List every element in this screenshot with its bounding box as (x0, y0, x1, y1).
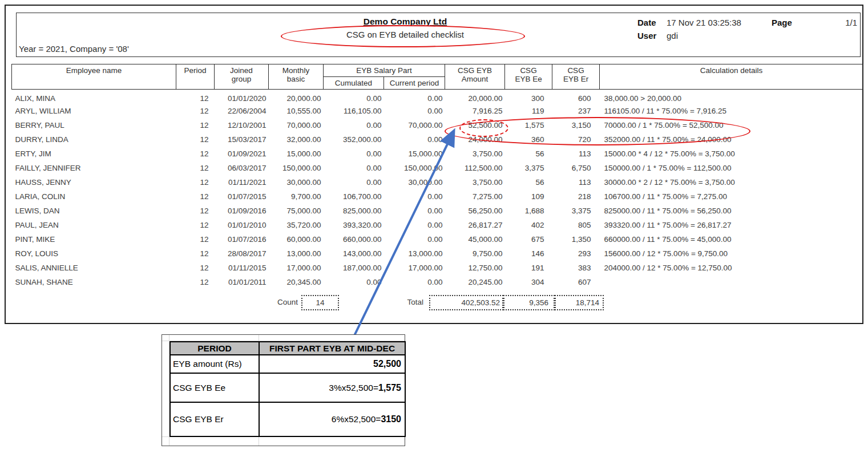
cell-monthly: 13,000.00 (269, 246, 324, 261)
cell-period: 12 (176, 204, 215, 218)
date-label: Date (637, 18, 656, 27)
cell-amount: 3,750.00 (445, 175, 505, 189)
cell-name: FAILLY, JENNIFER (12, 161, 176, 175)
table-row: HAUSS, JENNY1201/11/202130,000.000.0030,… (12, 175, 863, 189)
cell-joined: 01/11/2021 (215, 175, 269, 189)
cell-cumulated: 0.00 (324, 161, 384, 175)
col-current-period: Current period (384, 77, 445, 90)
cell-cumulated: 0.00 (324, 90, 384, 104)
cell-ee: 402 (505, 218, 552, 232)
cell-current: 0.00 (384, 275, 445, 289)
cell-monthly: 75,000.00 (269, 204, 324, 218)
cell-monthly: 30,000.00 (269, 175, 324, 189)
col-monthly-basic: Monthly basic (269, 64, 324, 90)
excel-value-prefix: 3%x52,500= (329, 383, 378, 393)
col-cumulated: Cumulated (324, 77, 384, 90)
cell-calc: 15000.00 * 4 / 12 * 75.00% = 3,750.00 (600, 147, 863, 161)
cell-calc: 116105.00 / 11 * 75.00% = 7,916.25 (600, 104, 863, 118)
cell-period: 12 (176, 175, 215, 189)
cell-ee: 675 (505, 232, 552, 246)
cell-er: 600 (552, 90, 600, 104)
cell-cumulated: 106,700.00 (324, 189, 384, 204)
excel-label-eyb-amount: EYB amount (Rs) (170, 355, 259, 373)
cell-period: 12 (176, 90, 215, 104)
cell-calc: 150000.00 / 1 * 75.00% = 112,500.00 (600, 161, 863, 175)
cell-current: 30,000.00 (384, 175, 445, 189)
cell-ee: 1,688 (505, 204, 552, 218)
page-value: 1/1 (816, 18, 857, 27)
excel-label-csg-ee: CSG EYB Ee (170, 373, 259, 402)
cell-joined: 01/01/2020 (215, 90, 269, 104)
cell-amount: 7,275.00 (445, 189, 505, 204)
cell-name: SUNAH, SHANE (12, 275, 176, 289)
cell-er: 113 (552, 147, 600, 161)
cell-name: HAUSS, JENNY (12, 175, 176, 189)
report-table: Employee name Period Joined group Monthl… (11, 64, 863, 289)
excel-callout: PERIOD FIRST PART EYB AT MID-DEC EYB amo… (162, 334, 405, 446)
excel-table: PERIOD FIRST PART EYB AT MID-DEC EYB amo… (169, 341, 406, 437)
cell-amount: 45,000.00 (445, 232, 505, 246)
cell-current: 0.00 (384, 90, 445, 104)
cell-joined: 01/07/2016 (215, 232, 269, 246)
col-calculation-details: Calculation details (600, 64, 863, 90)
cell-monthly: 9,700.00 (269, 189, 324, 204)
excel-value-prefix: 6%x52,500= (332, 414, 381, 424)
table-row: DURRY, LINDA1215/03/201732,000.00352,000… (12, 132, 863, 147)
cell-cumulated: 0.00 (324, 147, 384, 161)
cell-calc (600, 275, 863, 289)
cell-ee: 56 (505, 147, 552, 161)
cell-amount: 56,250.00 (445, 204, 505, 218)
cell-monthly: 150,000.00 (269, 161, 324, 175)
cell-calc: 352000.00 / 11 * 75.00% = 24,000.00 (600, 132, 863, 147)
cell-joined: 22/06/2004 (215, 104, 269, 118)
cell-period: 12 (176, 132, 215, 147)
cell-calc: 204000.00 / 12 * 75.00% = 12,750.00 (600, 261, 863, 275)
cell-amount: 12,750.00 (445, 261, 505, 275)
cell-ee: 146 (505, 246, 552, 261)
cell-cumulated: 660,000.00 (324, 232, 384, 246)
cell-joined: 01/01/2011 (215, 275, 269, 289)
table-row: BERRY, PAUL1212/10/200170,000.000.0070,0… (12, 118, 863, 132)
cell-er: 237 (552, 104, 600, 118)
cell-er: 607 (552, 275, 600, 289)
total-er-box: 18,714 (555, 295, 604, 310)
cell-cumulated: 0.00 (324, 118, 384, 132)
cell-current: 70,000.00 (384, 118, 445, 132)
excel-value-bold: 3150 (381, 414, 401, 424)
cell-joined: 01/11/2015 (215, 261, 269, 275)
cell-amount: 20,000.00 (445, 90, 505, 104)
report-table-body: ALIX, MINA1201/01/202020,000.000.000.002… (12, 90, 863, 289)
col-joined-group: Joined group (215, 64, 269, 90)
cell-ee: 191 (505, 261, 552, 275)
cell-current: 15,000.00 (384, 147, 445, 161)
cell-ee: 109 (505, 189, 552, 204)
cell-ee: 56 (505, 175, 552, 189)
count-box: 14 (301, 295, 339, 310)
cell-period: 12 (176, 161, 215, 175)
col-csg-eyb-ee: CSG EYB Ee (505, 64, 552, 90)
excel-header-period: PERIOD (170, 342, 259, 355)
cell-name: ARYL, WILLIAM (12, 104, 176, 118)
cell-calc: 70000.00 / 1 * 75.00% = 52,500.00 (600, 118, 863, 132)
cell-monthly: 35,720.00 (269, 218, 324, 232)
cell-period: 12 (176, 261, 215, 275)
cell-period: 12 (176, 232, 215, 246)
table-row: LEWIS, DAN1201/09/201675,000.00825,000.0… (12, 204, 863, 218)
col-csg-eyb-er: CSG EYB Er (552, 64, 600, 90)
page-label: Page (772, 18, 792, 27)
cell-cumulated: 825,000.00 (324, 204, 384, 218)
cell-monthly: 15,000.00 (269, 147, 324, 161)
cell-period: 12 (176, 147, 215, 161)
total-amount-box: 402,503.52 (429, 295, 503, 310)
date-value: 17 Nov 21 03:25:38 (667, 18, 741, 27)
cell-cumulated: 143,000.00 (324, 246, 384, 261)
cell-joined: 01/07/2015 (215, 189, 269, 204)
cell-joined: 12/10/2001 (215, 118, 269, 132)
cell-name: ERTY, JIM (12, 147, 176, 161)
cell-cumulated: 393,320.00 (324, 218, 384, 232)
cell-joined: 01/09/2021 (215, 147, 269, 161)
cell-name: DURRY, LINDA (12, 132, 176, 147)
cell-current: 0.00 (384, 189, 445, 204)
cell-er: 293 (552, 246, 600, 261)
cell-current: 13,000.00 (384, 246, 445, 261)
